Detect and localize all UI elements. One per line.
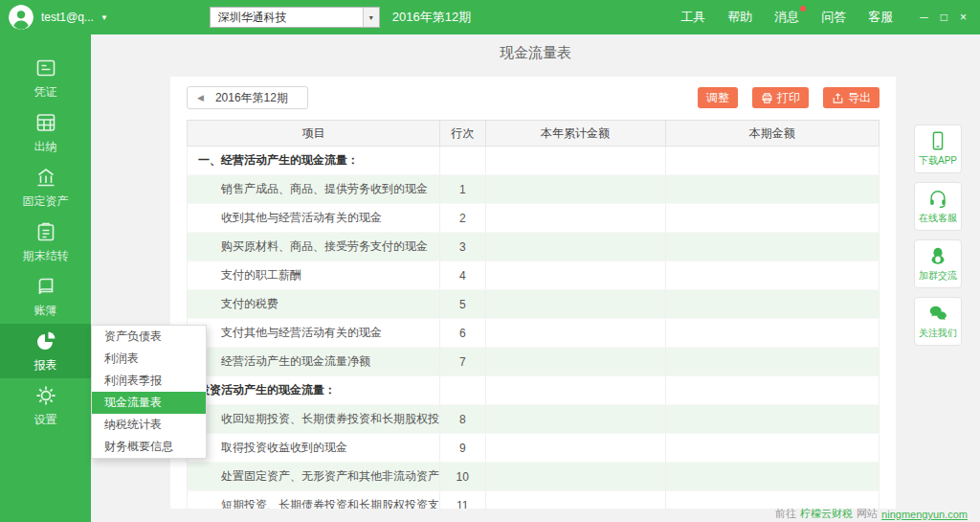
cell-period-amount bbox=[665, 147, 879, 175]
submenu-item-finance-summary[interactable]: 财务概要信息 bbox=[92, 436, 206, 458]
footer-site-label: 网站 bbox=[857, 507, 878, 521]
panel-label: 下载APP bbox=[919, 154, 957, 168]
table-row[interactable]: 经营活动产生的现金流量净额7 bbox=[188, 348, 880, 376]
reports-submenu: 资产负债表利润表利润表季报现金流量表纳税统计表财务概要信息 bbox=[91, 325, 207, 459]
sidebar-item-voucher[interactable]: 凭证 bbox=[0, 51, 91, 105]
cell-item: 支付的税费 bbox=[188, 290, 440, 319]
toolbar-buttons: 调整打印导出 bbox=[698, 87, 880, 108]
username[interactable]: test1@q... bbox=[41, 11, 94, 24]
download-app-icon bbox=[927, 130, 948, 151]
panel-label: 在线客服 bbox=[919, 212, 957, 225]
table-header-row: 项目行次本年累计金额本期金额 bbox=[188, 121, 880, 147]
chevron-down-icon[interactable]: ▼ bbox=[100, 13, 108, 22]
submenu-item-tax-stats[interactable]: 纳税统计表 bbox=[92, 414, 206, 436]
sidebar-item-settings[interactable]: 设置 bbox=[0, 378, 91, 433]
sidebar-item-label: 报表 bbox=[34, 357, 57, 374]
table-row[interactable]: 收回短期投资、长期债券投资和长期股权投资收到的现金8 bbox=[188, 405, 880, 434]
table-row[interactable]: 支付的职工薪酬4 bbox=[188, 261, 880, 290]
menu-item-qa[interactable]: 问答 bbox=[821, 9, 846, 26]
user-avatar[interactable] bbox=[9, 5, 33, 30]
cell-line-number: 3 bbox=[439, 233, 485, 261]
cell-ytd-amount bbox=[485, 491, 665, 510]
sidebar-item-fixed-assets[interactable]: 固定资产 bbox=[0, 160, 91, 215]
cell-ytd-amount bbox=[485, 290, 665, 319]
adjust-button[interactable]: 调整 bbox=[698, 87, 738, 108]
cell-item: 经营活动产生的现金流量净额 bbox=[188, 348, 440, 376]
cell-line-number bbox=[439, 147, 485, 175]
panel-download-app[interactable]: 下载APP bbox=[914, 125, 962, 173]
cell-period-amount bbox=[665, 348, 879, 376]
table-body: 一、经营活动产生的现金流量：销售产成品、商品、提供劳务收到的现金1收到其他与经营… bbox=[188, 147, 880, 510]
panel-follow-us[interactable]: 关注我们 bbox=[914, 297, 962, 346]
panel-label: 关注我们 bbox=[919, 327, 957, 340]
topbar-period-label: 2016年第12期 bbox=[392, 9, 471, 26]
minimize-button[interactable]: ─ bbox=[920, 11, 928, 23]
table-row[interactable]: 销售产成品、商品、提供劳务收到的现金1 bbox=[188, 175, 880, 204]
submenu-item-income-statement[interactable]: 利润表 bbox=[92, 348, 206, 370]
cell-item: 投资活动产生的现金流量： bbox=[188, 376, 440, 405]
cell-item: 收回短期投资、长期债券投资和长期股权投资收到的现金 bbox=[188, 405, 440, 434]
right-panel: 下载APP在线客服加群交流关注我们 bbox=[914, 125, 962, 346]
toolbar: ◀ 2016年第12期 调整打印导出 bbox=[187, 86, 880, 109]
cell-ytd-amount bbox=[485, 233, 665, 261]
settings-icon bbox=[34, 384, 57, 407]
notification-dot-icon bbox=[800, 6, 806, 11]
cell-period-amount bbox=[665, 233, 879, 261]
cell-line-number: 7 bbox=[439, 348, 485, 376]
cashier-icon bbox=[34, 111, 57, 134]
menu-item-messages[interactable]: 消息 bbox=[774, 9, 799, 26]
prev-period-icon[interactable]: ◀ bbox=[197, 93, 204, 102]
cell-line-number: 10 bbox=[439, 463, 485, 491]
table-row[interactable]: 购买原材料、商品、接受劳务支付的现金3 bbox=[188, 233, 880, 261]
join-group-icon bbox=[927, 245, 948, 266]
maximize-button[interactable]: □ bbox=[941, 11, 947, 23]
cell-item: 购买原材料、商品、接受劳务支付的现金 bbox=[188, 233, 440, 261]
sidebar-nav: 凭证出纳固定资产期末结转账簿报表设置 bbox=[0, 34, 91, 522]
menu-item-service[interactable]: 客服 bbox=[868, 9, 893, 26]
menu-item-tools[interactable]: 工具 bbox=[680, 9, 705, 26]
company-select[interactable]: 深圳华通科技 ▼ bbox=[210, 7, 380, 28]
cell-period-amount bbox=[665, 319, 879, 348]
submenu-item-cash-flow[interactable]: 现金流量表 bbox=[92, 392, 206, 414]
sidebar-item-label: 账簿 bbox=[34, 303, 57, 319]
panel-label: 加群交流 bbox=[919, 269, 957, 283]
menu-item-help[interactable]: 帮助 bbox=[727, 9, 752, 26]
report-card: ◀ 2016年第12期 调整打印导出 项目行次本年累计金额本期金额 一、经营活动… bbox=[170, 77, 896, 509]
column-header: 行次 bbox=[439, 121, 485, 147]
table-row[interactable]: 收到其他与经营活动有关的现金2 bbox=[188, 204, 880, 233]
period-selector[interactable]: ◀ 2016年第12期 bbox=[187, 86, 308, 109]
sidebar-item-label: 设置 bbox=[34, 412, 57, 428]
cell-item: 一、经营活动产生的现金流量： bbox=[188, 147, 440, 175]
panel-join-group[interactable]: 加群交流 bbox=[914, 239, 962, 288]
sidebar-item-books[interactable]: 账簿 bbox=[0, 269, 91, 324]
column-header: 项目 bbox=[188, 121, 440, 147]
cell-period-amount bbox=[665, 175, 879, 204]
table-row[interactable]: 投资活动产生的现金流量： bbox=[188, 376, 880, 405]
export-button[interactable]: 导出 bbox=[823, 87, 880, 108]
cell-period-amount bbox=[665, 463, 879, 491]
panel-online-service[interactable]: 在线客服 bbox=[914, 182, 962, 231]
table-row[interactable]: 支付的税费5 bbox=[188, 290, 880, 319]
column-header: 本年累计金额 bbox=[485, 121, 665, 147]
cell-ytd-amount bbox=[485, 376, 665, 405]
sidebar-item-label: 固定资产 bbox=[23, 193, 69, 210]
table-row[interactable]: 处置固定资产、无形资产和其他非流动资产收回的现金净额10 bbox=[188, 463, 880, 491]
cell-ytd-amount bbox=[485, 204, 665, 233]
cell-period-amount bbox=[665, 290, 879, 319]
cell-ytd-amount bbox=[485, 405, 665, 434]
close-button[interactable]: × bbox=[960, 11, 967, 23]
print-button[interactable]: 打印 bbox=[752, 87, 809, 108]
submenu-item-income-quarterly[interactable]: 利润表季报 bbox=[92, 370, 206, 392]
cell-ytd-amount bbox=[485, 434, 665, 463]
sidebar-item-carryover[interactable]: 期末结转 bbox=[0, 215, 91, 269]
table-row[interactable]: 取得投资收益收到的现金9 bbox=[188, 434, 880, 463]
table-row[interactable]: 一、经营活动产生的现金流量： bbox=[188, 147, 880, 175]
cell-line-number: 5 bbox=[439, 290, 485, 319]
sidebar-item-reports[interactable]: 报表 bbox=[0, 324, 91, 378]
submenu-item-balance-sheet[interactable]: 资产负债表 bbox=[92, 326, 206, 348]
sidebar-item-cashier[interactable]: 出纳 bbox=[0, 105, 91, 160]
footer-brand-link[interactable]: 柠檬云财税 bbox=[800, 507, 853, 521]
footer-site-link[interactable]: ningmengyun.com bbox=[881, 509, 968, 520]
menu-item-label: 消息 bbox=[774, 10, 799, 24]
table-row[interactable]: 支付其他与经营活动有关的现金6 bbox=[188, 319, 880, 348]
